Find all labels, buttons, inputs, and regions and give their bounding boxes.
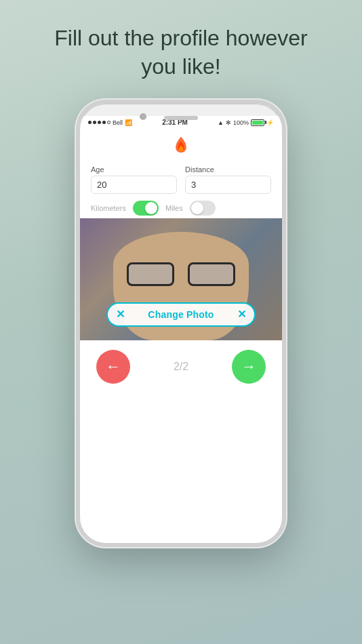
wifi-icon: 📶 bbox=[125, 119, 132, 126]
flame-logo bbox=[172, 136, 190, 160]
field-row: Age 20 Distance 3 bbox=[91, 165, 271, 194]
location-icon: ▲ bbox=[218, 119, 224, 126]
glasses-right bbox=[188, 262, 235, 286]
navigation-row: ← 2/2 → bbox=[80, 340, 282, 393]
phone-top bbox=[80, 104, 282, 116]
km-toggle-thumb bbox=[145, 202, 157, 214]
change-photo-button[interactable]: ✕ Change Photo ✕ bbox=[106, 302, 256, 327]
age-label: Age bbox=[91, 165, 177, 174]
battery-icon bbox=[251, 119, 264, 126]
volume-up-button[interactable] bbox=[76, 207, 77, 227]
photo-area: ✕ Change Photo ✕ bbox=[80, 218, 282, 340]
charging-icon: ⚡ bbox=[266, 119, 274, 126]
status-right: ▲ ✻ 100% ⚡ bbox=[218, 119, 274, 126]
km-toggle[interactable] bbox=[133, 201, 159, 216]
form-area: Age 20 Distance 3 Kilometers Miles bbox=[80, 160, 282, 218]
age-input[interactable]: 20 bbox=[91, 176, 177, 194]
carrier-label: Bell bbox=[113, 119, 123, 126]
back-arrow-icon: ← bbox=[106, 358, 121, 376]
distance-input[interactable]: 3 bbox=[185, 176, 271, 194]
close-left-icon[interactable]: ✕ bbox=[116, 309, 125, 320]
battery-fill bbox=[252, 121, 263, 125]
signal-dots bbox=[88, 121, 110, 124]
mute-button[interactable] bbox=[76, 185, 77, 200]
signal-dot bbox=[93, 121, 96, 124]
bluetooth-icon: ✻ bbox=[226, 119, 231, 126]
back-button[interactable]: ← bbox=[96, 350, 130, 384]
page-indicator: 2/2 bbox=[174, 361, 188, 373]
phone-shell: Bell 📶 2:31 PM ▲ ✻ 100% ⚡ bbox=[76, 100, 286, 547]
signal-dot bbox=[98, 121, 101, 124]
miles-toggle[interactable] bbox=[190, 201, 216, 216]
signal-dot bbox=[88, 121, 92, 124]
signal-dot bbox=[107, 121, 110, 124]
app-content: Age 20 Distance 3 Kilometers Miles bbox=[80, 129, 282, 543]
status-left: Bell 📶 bbox=[88, 119, 132, 126]
age-field-group: Age 20 bbox=[91, 165, 177, 194]
forward-button[interactable]: → bbox=[232, 350, 266, 384]
battery-percent: 100% bbox=[233, 119, 249, 126]
power-button[interactable] bbox=[285, 199, 286, 226]
volume-down-button[interactable] bbox=[76, 233, 77, 253]
km-label: Kilometers bbox=[91, 204, 126, 212]
miles-label: Miles bbox=[165, 204, 183, 212]
signal-dot bbox=[102, 121, 106, 124]
close-right-icon[interactable]: ✕ bbox=[237, 309, 246, 320]
distance-field-group: Distance 3 bbox=[185, 165, 271, 194]
glasses-left bbox=[127, 262, 174, 286]
miles-toggle-thumb bbox=[191, 202, 203, 214]
forward-arrow-icon: → bbox=[241, 358, 256, 376]
change-photo-label: Change Photo bbox=[148, 309, 214, 320]
distance-label: Distance bbox=[185, 165, 271, 174]
speaker bbox=[164, 116, 198, 120]
toggle-row: Kilometers Miles bbox=[91, 198, 271, 218]
headline: Fill out the profile however you like! bbox=[27, 24, 335, 81]
